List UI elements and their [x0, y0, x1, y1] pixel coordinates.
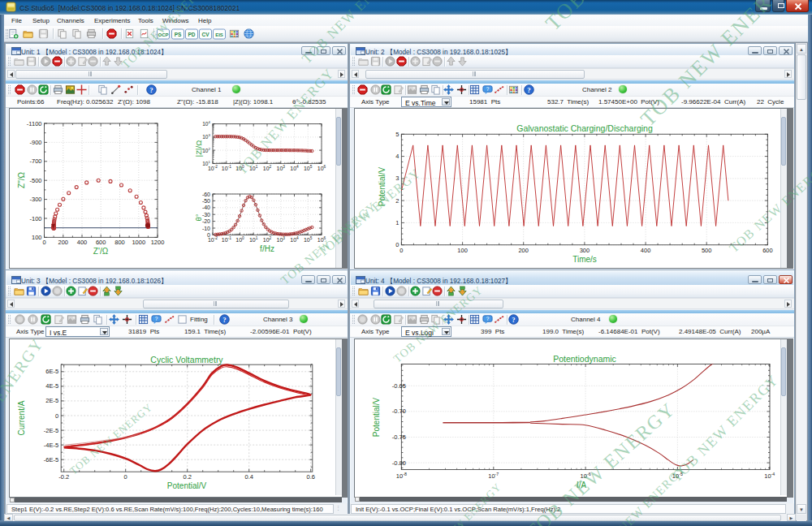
svg-text:0.4: 0.4	[244, 473, 253, 481]
svg-text:?: ?	[486, 316, 490, 321]
svg-text:?: ?	[527, 86, 530, 94]
svg-text:0: 0	[395, 241, 399, 248]
svg-text:EIS: EIS	[215, 32, 223, 37]
svg-text:3: 3	[395, 175, 399, 182]
svg-text:-0.2: -0.2	[58, 473, 69, 481]
svg-text:Potential/V: Potential/V	[372, 397, 381, 437]
svg-text:-900: -900	[29, 139, 41, 146]
svg-text:-30: -30	[202, 212, 210, 218]
svg-text:100: 100	[32, 234, 42, 241]
svg-text:1200: 1200	[151, 239, 165, 246]
svg-text:0.6: 0.6	[306, 473, 314, 481]
svg-text:10-1: 10-1	[222, 165, 231, 171]
svg-text:Time/s: Time/s	[572, 255, 597, 264]
svg-text:800: 800	[114, 239, 125, 246]
svg-text:105: 105	[304, 165, 313, 171]
svg-text:300: 300	[580, 247, 590, 254]
svg-text:10-8: 10-8	[396, 472, 407, 480]
svg-text:Potential/V: Potential/V	[378, 166, 387, 206]
svg-text:-100: -100	[29, 215, 41, 222]
svg-text:10-7: 10-7	[488, 472, 499, 480]
svg-text:-0.70: -0.70	[392, 407, 406, 415]
svg-text:?: ?	[512, 316, 515, 324]
svg-text:500: 500	[702, 247, 712, 254]
svg-text:10-2: 10-2	[208, 165, 218, 171]
svg-text:102: 102	[263, 236, 272, 243]
svg-text:103: 103	[277, 165, 286, 171]
svg-text:-2E-5: -2E-5	[44, 427, 58, 434]
svg-text:0: 0	[207, 232, 210, 238]
svg-text:PD: PD	[188, 32, 195, 37]
svg-text:0: 0	[55, 412, 58, 420]
svg-text:102: 102	[263, 165, 272, 171]
svg-text:400: 400	[77, 239, 88, 246]
svg-text:I/A: I/A	[577, 481, 587, 489]
svg-text:-700: -700	[29, 157, 41, 165]
svg-text:10-4: 10-4	[764, 472, 775, 480]
svg-text:101: 101	[249, 236, 258, 243]
svg-text:103: 103	[277, 236, 286, 243]
svg-text:Z'/Ω: Z'/Ω	[93, 247, 109, 256]
svg-text:600: 600	[96, 239, 106, 246]
svg-text:104: 104	[290, 165, 299, 171]
svg-text:-300: -300	[29, 196, 41, 203]
svg-text:10-5: 10-5	[672, 472, 683, 480]
svg-text:4: 4	[395, 153, 399, 160]
svg-text:101: 101	[249, 165, 258, 171]
svg-text:200: 200	[518, 247, 529, 254]
svg-text:-0.80: -0.80	[392, 459, 406, 467]
svg-text:600: 600	[762, 247, 773, 254]
svg-text:CV: CV	[201, 32, 209, 37]
svg-text:-0.65: -0.65	[392, 382, 406, 390]
svg-text:Cyclic Voltammetry: Cyclic Voltammetry	[150, 355, 223, 364]
svg-text:?: ?	[149, 86, 153, 94]
svg-text:106: 106	[317, 236, 326, 243]
svg-text:Current/A: Current/A	[17, 400, 26, 435]
svg-text:-40: -40	[202, 205, 210, 210]
svg-text:10-6: 10-6	[581, 472, 591, 480]
svg-text:-500: -500	[29, 177, 41, 184]
svg-text:?: ?	[222, 316, 226, 324]
svg-text:θ°: θ°	[194, 213, 203, 221]
svg-text:0: 0	[400, 247, 403, 254]
svg-text:-10: -10	[202, 226, 210, 231]
svg-text:Potentiodynamic: Potentiodynamic	[553, 354, 616, 364]
svg-text:6E-5: 6E-5	[45, 368, 58, 375]
svg-text:?: ?	[155, 316, 158, 321]
svg-text:2E-5: 2E-5	[45, 397, 58, 404]
svg-text:5: 5	[395, 131, 399, 138]
svg-text:|Z|/Ω: |Z|/Ω	[194, 140, 203, 157]
svg-text:-4E-5: -4E-5	[44, 442, 58, 449]
svg-text:-60: -60	[202, 192, 210, 197]
svg-text:0.2: 0.2	[183, 473, 191, 481]
svg-text:?: ?	[486, 86, 490, 92]
svg-text:-20: -20	[202, 218, 210, 224]
svg-text:10-1: 10-1	[222, 236, 231, 243]
svg-text:105: 105	[304, 236, 313, 243]
svg-text:0: 0	[124, 473, 127, 481]
svg-text:PS: PS	[175, 32, 182, 37]
svg-text:-0.75: -0.75	[392, 433, 406, 441]
svg-text:200: 200	[58, 239, 69, 246]
svg-text:-50: -50	[202, 198, 210, 204]
svg-text:Galvanostatic Charging/Dischar: Galvanostatic Charging/Discharging	[516, 123, 653, 133]
svg-text:0: 0	[42, 239, 45, 246]
svg-text:1000: 1000	[132, 239, 145, 246]
svg-text:-6E-5: -6E-5	[44, 456, 58, 463]
svg-text:400: 400	[641, 247, 651, 254]
svg-text:OCP: OCP	[158, 32, 168, 37]
svg-text:2: 2	[395, 197, 399, 205]
svg-text:1: 1	[395, 219, 399, 226]
svg-text:100: 100	[235, 236, 244, 243]
svg-text:104: 104	[202, 120, 210, 127]
svg-text:102: 102	[202, 147, 210, 153]
svg-text:104: 104	[290, 236, 299, 243]
svg-text:100: 100	[235, 165, 244, 171]
svg-text:-1100: -1100	[27, 120, 42, 127]
svg-text:Potential/V: Potential/V	[167, 481, 207, 490]
svg-text:4E-5: 4E-5	[45, 382, 58, 390]
svg-text:f/Hz: f/Hz	[260, 244, 274, 253]
svg-text:100: 100	[457, 247, 468, 254]
svg-text:103: 103	[202, 133, 210, 140]
svg-text:106: 106	[317, 165, 326, 171]
